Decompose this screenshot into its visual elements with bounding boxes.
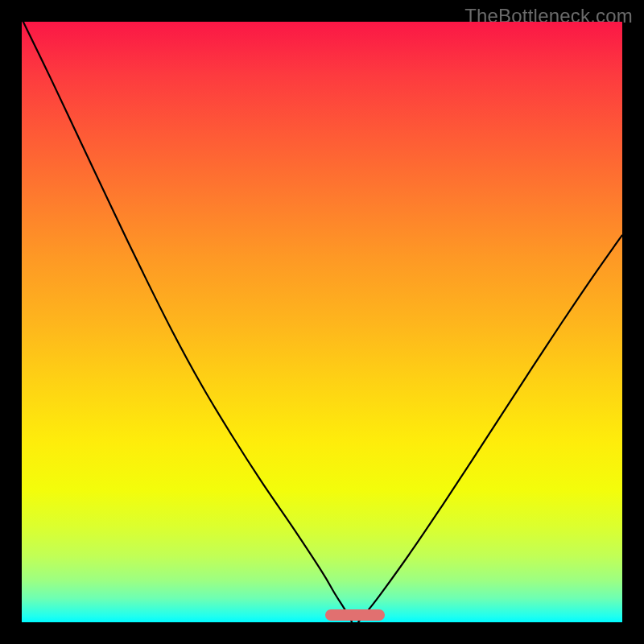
curve-right-branch — [358, 235, 622, 622]
optimum-marker — [325, 609, 386, 621]
chart-frame: TheBottleneck.com — [0, 0, 644, 644]
plot-area — [22, 22, 622, 622]
curve-left-branch — [22, 22, 352, 622]
bottleneck-curve — [22, 22, 622, 622]
